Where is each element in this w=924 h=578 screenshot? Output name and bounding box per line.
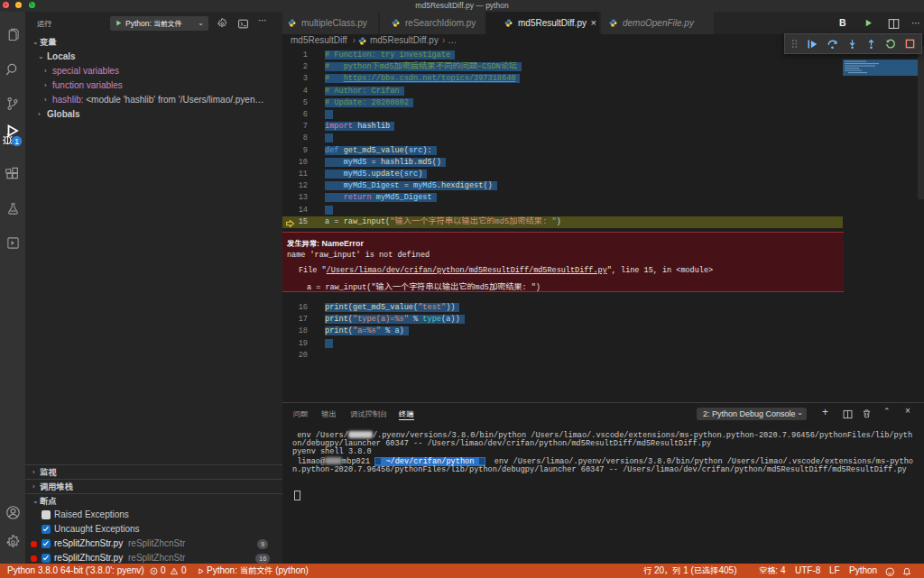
svg-text:1: 1 <box>14 137 19 146</box>
